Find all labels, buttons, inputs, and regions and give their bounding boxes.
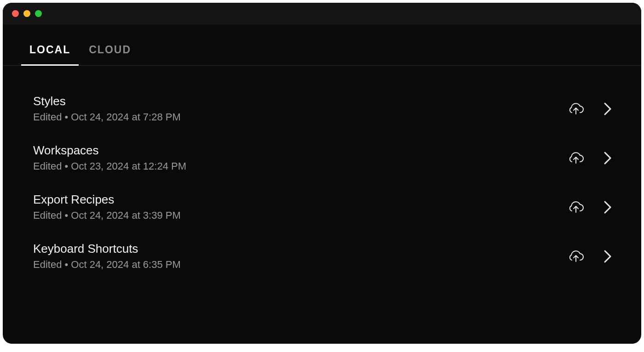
chevron-right-icon[interactable]: [604, 151, 612, 165]
tab-bar: LOCAL CLOUD: [3, 24, 641, 66]
row-subtitle: Edited • Oct 23, 2024 at 12:24 PM: [33, 160, 568, 172]
titlebar: [3, 3, 641, 24]
list-item-export-recipes[interactable]: Export Recipes Edited • Oct 24, 2024 at …: [29, 182, 615, 232]
row-text: Keyboard Shortcuts Edited • Oct 24, 2024…: [33, 242, 568, 271]
row-text: Styles Edited • Oct 24, 2024 at 7:28 PM: [33, 94, 568, 123]
row-title: Workspaces: [33, 143, 568, 158]
chevron-right-icon[interactable]: [604, 102, 612, 116]
window-close-button[interactable]: [12, 10, 19, 17]
row-title: Keyboard Shortcuts: [33, 242, 568, 256]
row-subtitle: Edited • Oct 24, 2024 at 3:39 PM: [33, 210, 568, 221]
row-actions: [568, 102, 612, 116]
tab-local[interactable]: LOCAL: [29, 44, 70, 65]
chevron-right-icon[interactable]: [604, 200, 612, 214]
window-zoom-button[interactable]: [35, 10, 42, 17]
app-window: LOCAL CLOUD Styles Edited • Oct 24, 2024…: [3, 3, 641, 344]
list-item-styles[interactable]: Styles Edited • Oct 24, 2024 at 7:28 PM: [29, 84, 615, 133]
row-actions: [568, 151, 612, 165]
row-subtitle: Edited • Oct 24, 2024 at 7:28 PM: [33, 111, 568, 123]
row-actions: [568, 250, 612, 263]
settings-list: Styles Edited • Oct 24, 2024 at 7:28 PM: [3, 66, 641, 290]
tab-cloud[interactable]: CLOUD: [89, 44, 131, 65]
cloud-upload-icon[interactable]: [568, 152, 584, 165]
row-subtitle: Edited • Oct 24, 2024 at 6:35 PM: [33, 259, 568, 271]
cloud-upload-icon[interactable]: [568, 102, 584, 115]
row-text: Export Recipes Edited • Oct 24, 2024 at …: [33, 193, 568, 221]
row-title: Export Recipes: [33, 193, 568, 207]
cloud-upload-icon[interactable]: [568, 250, 584, 263]
chevron-right-icon[interactable]: [604, 250, 612, 263]
window-minimize-button[interactable]: [23, 10, 30, 17]
row-actions: [568, 200, 612, 214]
list-item-workspaces[interactable]: Workspaces Edited • Oct 23, 2024 at 12:2…: [29, 133, 615, 182]
row-title: Styles: [33, 94, 568, 108]
list-item-keyboard-shortcuts[interactable]: Keyboard Shortcuts Edited • Oct 24, 2024…: [29, 232, 615, 281]
row-text: Workspaces Edited • Oct 23, 2024 at 12:2…: [33, 143, 568, 172]
cloud-upload-icon[interactable]: [568, 201, 584, 214]
